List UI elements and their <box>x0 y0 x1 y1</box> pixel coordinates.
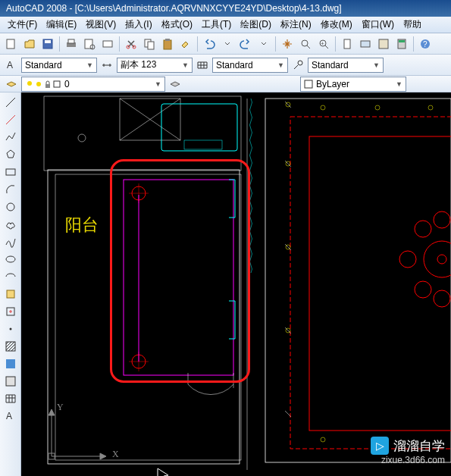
text-style-icon[interactable]: A <box>3 57 20 74</box>
chevron-down-icon: ▼ <box>373 61 380 69</box>
ellipse-arc-tool[interactable] <box>2 268 20 285</box>
dim-style-icon[interactable] <box>99 57 115 74</box>
svg-text:?: ? <box>423 40 428 49</box>
svg-point-25 <box>298 61 302 65</box>
table-style-icon[interactable] <box>194 57 211 74</box>
copy-button[interactable] <box>141 36 158 52</box>
help-button[interactable]: ? <box>417 36 434 52</box>
watermark-brand: 溜溜自学 <box>393 437 445 455</box>
layer-button[interactable] <box>357 36 374 52</box>
menu-tools[interactable]: 工具(T) <box>197 17 236 33</box>
svg-rect-38 <box>6 359 15 368</box>
redo-button[interactable] <box>237 36 254 52</box>
svg-rect-43 <box>161 104 237 151</box>
separator <box>275 36 276 52</box>
region-tool[interactable] <box>2 373 20 390</box>
line-tool[interactable] <box>2 94 20 111</box>
menu-file[interactable]: 文件(F) <box>3 17 42 33</box>
print-button[interactable] <box>63 36 80 52</box>
table-tool[interactable] <box>2 390 20 407</box>
svg-point-36 <box>9 328 11 330</box>
svg-point-32 <box>7 203 14 211</box>
save-button[interactable] <box>39 36 56 52</box>
sheet-button[interactable] <box>339 36 355 52</box>
menu-format[interactable]: 格式(O) <box>157 17 197 33</box>
menu-edit[interactable]: 编辑(E) <box>42 17 81 33</box>
layer-properties-icon[interactable] <box>3 76 20 92</box>
separator <box>413 36 414 52</box>
spline-tool[interactable] <box>2 233 20 250</box>
revision-cloud-tool[interactable] <box>2 216 20 233</box>
menu-insert[interactable]: 插入(I) <box>121 17 156 33</box>
new-button[interactable] <box>3 36 20 52</box>
layer-states-button[interactable] <box>167 76 183 92</box>
color-dropdown[interactable]: ByLayer ▼ <box>300 77 406 92</box>
svg-rect-52 <box>290 117 451 449</box>
svg-rect-13 <box>165 39 170 41</box>
drawing-canvas[interactable]: 阳台 Y X ▷ 溜溜自学 zixue.3d66.com <box>21 92 451 476</box>
svg-point-50 <box>78 134 86 142</box>
sun-icon <box>34 80 43 89</box>
layer-dropdown[interactable]: 0 ▼ <box>21 77 165 92</box>
polygon-tool[interactable] <box>2 146 20 163</box>
menu-modify[interactable]: 修改(M) <box>316 17 357 33</box>
construction-line-tool[interactable] <box>2 111 20 128</box>
open-button[interactable] <box>21 36 38 52</box>
zoom-extents-button[interactable]: + <box>315 36 332 52</box>
polyline-tool[interactable] <box>2 129 20 146</box>
svg-point-67 <box>428 105 433 110</box>
lightbulb-icon <box>25 80 34 89</box>
rectangle-tool[interactable] <box>2 164 20 180</box>
menu-draw[interactable]: 绘图(D) <box>236 17 276 33</box>
circle-tool[interactable] <box>2 199 20 215</box>
svg-rect-28 <box>45 84 50 88</box>
separator <box>119 36 120 52</box>
dim-style-dropdown[interactable]: 副本 123 ▼ <box>117 58 193 73</box>
svg-rect-44 <box>184 140 222 149</box>
svg-point-33 <box>6 256 15 262</box>
arc-tool[interactable] <box>2 181 20 198</box>
menu-annotate[interactable]: 标注(N) <box>276 17 316 33</box>
svg-point-68 <box>321 437 325 442</box>
redo-dropdown[interactable] <box>255 36 272 52</box>
menu-window[interactable]: 窗口(W) <box>357 17 399 33</box>
separator <box>59 36 60 52</box>
menu-view[interactable]: 视图(V) <box>81 17 121 33</box>
menu-help[interactable]: 帮助 <box>399 17 426 33</box>
toolbar-standard: + ? <box>0 33 451 55</box>
mtext-tool[interactable]: A <box>2 408 20 424</box>
svg-rect-0 <box>7 39 14 49</box>
svg-rect-2 <box>45 40 51 43</box>
svg-point-58 <box>415 281 431 298</box>
publish-button[interactable] <box>99 36 116 52</box>
main-area: A <box>0 92 451 476</box>
annotation-highlight <box>110 159 250 383</box>
paste-button[interactable] <box>159 36 176 52</box>
insert-block-tool[interactable] <box>2 286 20 302</box>
point-tool[interactable] <box>2 321 20 337</box>
mleader-style-icon[interactable] <box>290 57 306 74</box>
undo-dropdown[interactable] <box>219 36 236 52</box>
zoom-button[interactable] <box>297 36 314 52</box>
svg-text:A: A <box>6 411 12 421</box>
svg-rect-34 <box>7 290 14 298</box>
gradient-tool[interactable] <box>2 355 20 372</box>
title-bar: AutoCAD 2008 - [C:\Users\Administrator.A… <box>0 0 451 17</box>
calc-button[interactable] <box>393 36 410 52</box>
svg-point-27 <box>36 82 41 86</box>
make-block-tool[interactable] <box>2 303 20 320</box>
table-style-dropdown[interactable]: Standard ▼ <box>212 58 288 73</box>
print-preview-button[interactable] <box>81 36 98 52</box>
text-style-dropdown[interactable]: Standard ▼ <box>21 58 97 73</box>
cut-button[interactable] <box>123 36 139 52</box>
tool-palette-button[interactable] <box>375 36 392 52</box>
mleader-style-dropdown[interactable]: Standard ▼ <box>308 58 384 73</box>
ellipse-tool[interactable] <box>2 251 20 268</box>
pan-button[interactable] <box>279 36 296 52</box>
svg-rect-53 <box>309 136 451 431</box>
separator <box>197 36 198 52</box>
undo-button[interactable] <box>201 36 218 52</box>
svg-rect-7 <box>103 41 112 47</box>
match-button[interactable] <box>177 36 194 52</box>
hatch-tool[interactable] <box>2 338 20 355</box>
